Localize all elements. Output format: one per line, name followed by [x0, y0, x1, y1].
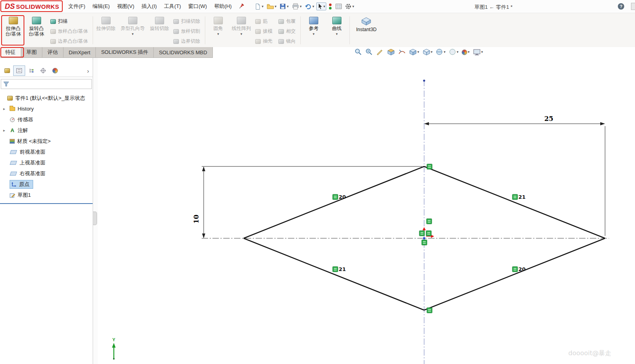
ribbon-intersect-button[interactable]: 相交 — [276, 26, 299, 36]
previous-view-button[interactable] — [376, 48, 384, 56]
fillet-icon — [214, 17, 223, 24]
ribbon-extrude-cut-button[interactable]: 拉伸切除 — [94, 14, 117, 46]
ribbon-hole-wizard-button[interactable]: 异型孔向导 ▾ — [117, 14, 148, 46]
material-icon — [10, 139, 15, 144]
open-button[interactable]: ▾ — [266, 2, 278, 10]
menu-view[interactable]: 视图(V) — [113, 0, 138, 13]
constraint-badge[interactable] — [422, 240, 427, 245]
constraint-badge[interactable] — [419, 231, 425, 236]
tree-item-origin[interactable]: 原点 — [0, 179, 93, 190]
zoom-area-button[interactable] — [365, 48, 373, 56]
ribbon-fillet-button[interactable]: 圆角 ▾ — [206, 14, 230, 46]
expand-caret-icon[interactable]: ▸ — [3, 128, 5, 133]
select-tool-button[interactable]: ▾ — [316, 2, 327, 10]
tree-filter-box[interactable] — [1, 79, 92, 89]
constraint-badge[interactable] — [427, 219, 432, 224]
panel-expand-chevron-icon[interactable]: › — [85, 67, 91, 74]
scene-button[interactable]: ▾ — [473, 49, 483, 56]
revolve-boss-icon — [32, 17, 41, 24]
ribbon-revolve-boss-button[interactable]: 旋转凸台/基体 — [25, 14, 48, 46]
wrap-icon — [278, 19, 284, 24]
ribbon-linear-pattern-button[interactable]: 线性阵列 ▾ — [230, 14, 253, 46]
dimension-height[interactable]: 10 — [192, 166, 422, 238]
appearance-button[interactable]: ▾ — [462, 49, 470, 55]
svg-text:21: 21 — [518, 194, 526, 200]
ribbon-extrude-boss-button[interactable]: 拉伸凸台/基体 — [2, 14, 25, 46]
constraint-label-bottom-left[interactable]: 21 — [333, 266, 346, 272]
ribbon-loft-cut-button[interactable]: 放样切割 — [171, 26, 204, 36]
ribbon-shell-button[interactable]: 抽壳 — [253, 36, 276, 46]
dimension-width[interactable]: 25 — [424, 115, 605, 236]
tab-sketch[interactable]: 草图 — [21, 47, 42, 57]
pin-menu-icon[interactable] — [235, 3, 248, 10]
menu-tools[interactable]: 工具(T) — [161, 0, 185, 13]
ribbon-draft-button[interactable]: 拔模 — [253, 26, 276, 36]
print-button[interactable]: ▾ — [291, 2, 303, 10]
ribbon-mirror-button[interactable]: 镜向 — [276, 36, 299, 46]
tab-dimxpert[interactable]: DimXpert — [64, 47, 96, 57]
centerline-endpoint[interactable] — [423, 79, 425, 81]
panel-collapse-handle[interactable] — [93, 212, 97, 225]
menu-insert[interactable]: 插入(I) — [138, 0, 160, 13]
hide-show-items-button[interactable]: ▾ — [409, 48, 419, 56]
tab-features[interactable]: 特征 — [0, 47, 21, 57]
display-style-button[interactable]: ▾ — [423, 48, 433, 56]
constraint-badge[interactable] — [427, 308, 432, 313]
menu-edit[interactable]: 编辑(E) — [89, 0, 113, 13]
tree-item-sensors[interactable]: 传感器 — [0, 114, 93, 125]
tree-item-front-plane[interactable]: 前视基准面 — [0, 146, 93, 157]
panel-tab-featuremanager[interactable] — [1, 65, 13, 76]
rebuild-indicator-icon[interactable] — [327, 2, 333, 11]
constraint-label-top-right[interactable]: 21 — [512, 194, 526, 200]
panel-tab-dimxpertmanager[interactable] — [37, 65, 49, 76]
tab-solidworks-addins[interactable]: SOLIDWORKS 插件 — [96, 47, 154, 57]
expand-caret-icon[interactable]: ▸ — [3, 107, 5, 111]
ribbon-rib-button[interactable]: 筋 — [253, 16, 276, 26]
options-sheet-button[interactable] — [334, 3, 343, 10]
ribbon-boundary-cut-button[interactable]: 边界切除 — [171, 36, 204, 46]
tree-item-sketch1[interactable]: 草图1 — [0, 190, 93, 200]
new-document-button[interactable]: ▾ — [253, 2, 265, 11]
ribbon-boundary-boss-button[interactable]: 边界凸台/基体 — [48, 36, 91, 46]
tree-item-right-plane[interactable]: 右视基准面 — [0, 168, 93, 179]
save-button[interactable]: ▾ — [278, 2, 290, 10]
menubar: DS SOLIDWORKS 文件(F) 编辑(E) 视图(V) 插入(I) 工具… — [0, 0, 635, 13]
undo-button[interactable]: ▾ — [304, 2, 316, 10]
ribbon-wrap-button[interactable]: 包覆 — [276, 16, 299, 26]
tab-evaluate[interactable]: 评估 — [42, 47, 64, 57]
ribbon-revolve-cut-button[interactable]: 旋转切除 — [148, 14, 171, 46]
tab-solidworks-mbd[interactable]: SOLIDWORKS MBD — [154, 47, 213, 57]
settings-button[interactable]: ▾ — [344, 2, 355, 10]
ribbon-sweep-cut-button[interactable]: 扫描切除 — [171, 16, 204, 26]
menu-strip: 文件(F) 编辑(E) 视图(V) 插入(I) 工具(T) 窗口(W) 帮助(H… — [65, 0, 235, 13]
tree-item-history[interactable]: ▸ History — [0, 103, 93, 114]
ribbon-loft-button[interactable]: 放样凸台/基体 — [48, 26, 91, 36]
view-orientation-button[interactable]: ▾ — [436, 48, 446, 56]
section-view-button[interactable] — [387, 48, 395, 56]
ribbon-sweep-button[interactable]: 扫描 — [48, 16, 91, 26]
constraint-label-top-left[interactable]: 20 — [333, 194, 346, 200]
ribbon-instant3d-button[interactable]: Instant3D — [351, 14, 381, 46]
view-settings-button[interactable]: ▾ — [449, 48, 459, 56]
tree-item-material[interactable]: 材质 <未指定> — [0, 136, 93, 146]
panel-splitter[interactable] — [93, 58, 98, 364]
constraint-badge[interactable] — [427, 164, 432, 169]
tree-item-annotations[interactable]: ▸ A 注解 — [0, 125, 93, 136]
constraint-label-bottom-right[interactable]: 20 — [512, 266, 526, 272]
ribbon-curves-button[interactable]: 曲线 ▾ — [325, 14, 348, 46]
panel-tab-propertymanager[interactable] — [13, 65, 25, 76]
tree-item-top-plane[interactable]: 上视基准面 — [0, 157, 93, 168]
sketch-view-button[interactable] — [398, 48, 406, 56]
sketch-canvas[interactable]: 10 25 — [98, 58, 635, 364]
menu-window[interactable]: 窗口(W) — [185, 0, 210, 13]
help-button[interactable]: ? — [617, 3, 625, 11]
panel-tab-displaymanager[interactable] — [49, 65, 61, 76]
zoom-fit-button[interactable] — [355, 48, 362, 56]
graphics-area[interactable]: 10 25 — [98, 58, 635, 364]
tree-item-part-root[interactable]: 零件1 (默认<<默认>_显示状态 — [0, 93, 93, 103]
menu-file[interactable]: 文件(F) — [65, 0, 89, 13]
constraint-badge[interactable] — [426, 231, 431, 236]
ribbon-reference-button[interactable]: 参考 ▾ — [302, 14, 325, 46]
menu-help[interactable]: 帮助(H) — [210, 0, 235, 13]
panel-tab-configurationmanager[interactable] — [25, 65, 37, 76]
